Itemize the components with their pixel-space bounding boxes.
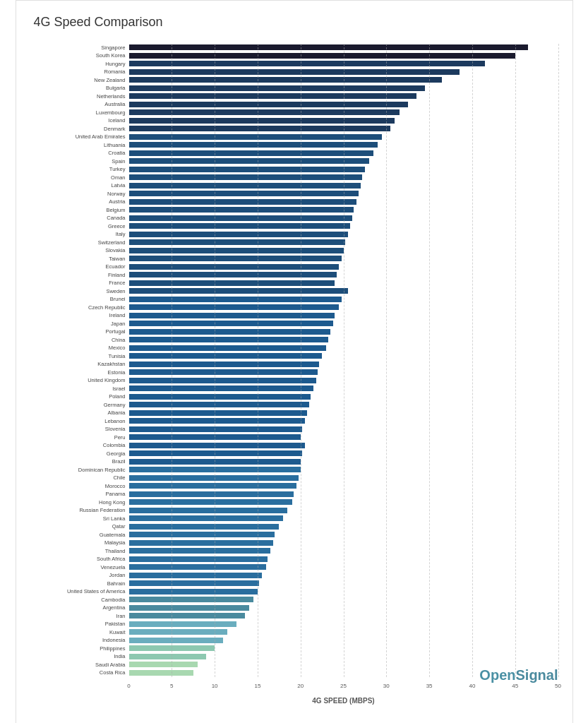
bar-label: Japan: [30, 321, 129, 327]
bar-label: Lithuania: [30, 142, 129, 148]
bar-row: Panama: [30, 491, 558, 498]
bar-track: [129, 621, 558, 628]
bar-fill: [129, 613, 245, 619]
bar-label: Dominican Republic: [30, 467, 129, 473]
bar-track: [129, 393, 558, 400]
bar-row: Lebanon: [30, 417, 558, 424]
bar-fill: [129, 313, 335, 318]
bar-track: [129, 515, 558, 522]
bar-track: [129, 539, 558, 546]
bar-track: [129, 328, 558, 335]
bar-track: [129, 612, 558, 619]
bar-fill: [129, 443, 305, 448]
bar-row: Guatemala: [30, 531, 558, 538]
bar-track: [129, 604, 558, 611]
bar-fill: [129, 629, 228, 635]
bar-fill: [129, 645, 215, 651]
bar-row: Switzerland: [30, 239, 558, 246]
bar-fill: [129, 167, 365, 172]
bar-row: South Korea: [30, 52, 558, 59]
bar-fill: [129, 605, 249, 611]
bar-row: Lithuania: [30, 141, 558, 148]
bar-fill: [129, 515, 284, 521]
bar-track: [129, 474, 558, 482]
bar-label: Malaysia: [30, 539, 129, 546]
bar-row: Thailand: [30, 547, 558, 554]
bar-fill: [129, 118, 395, 124]
bar-track: [129, 653, 558, 660]
bar-fill: [129, 459, 301, 465]
bar-label: Croatia: [30, 150, 129, 156]
bar-row: Spain: [30, 157, 558, 165]
bar-label: United States of America: [30, 588, 129, 594]
bar-fill: [129, 191, 359, 196]
bar-row: Sweden: [30, 287, 558, 294]
bar-label: Iceland: [30, 117, 129, 124]
bar-row: Ecuador: [30, 263, 558, 270]
bar-fill: [129, 134, 383, 140]
bar-track: [129, 206, 558, 213]
bar-label: Spain: [30, 158, 129, 165]
bar-row: Bahrain: [30, 580, 558, 587]
bar-track: [129, 101, 558, 108]
bar-row: New Zealand: [30, 76, 558, 83]
bar-row: Colombia: [30, 442, 558, 449]
bar-row: Belgium: [30, 206, 558, 213]
bar-fill: [129, 345, 327, 351]
bar-fill: [129, 670, 193, 676]
bar-track: [129, 450, 558, 457]
bar-label: Tunisia: [30, 353, 129, 359]
bar-track: [129, 410, 558, 417]
bar-fill: [129, 264, 340, 270]
bar-fill: [129, 499, 292, 505]
bar-row: Russian Federation: [30, 507, 558, 514]
bar-track: [129, 141, 558, 148]
bar-fill: [129, 150, 374, 156]
bar-track: [129, 296, 558, 303]
x-tick-label: 40: [469, 683, 475, 689]
bar-row: Tunisia: [30, 352, 558, 359]
bar-label: Romania: [30, 68, 129, 75]
bar-fill: [129, 207, 354, 213]
bar-label: Italy: [30, 231, 129, 237]
bar-label: Panama: [30, 491, 129, 497]
bar-row: Peru: [30, 434, 558, 441]
bar-row: Austria: [30, 198, 558, 205]
bar-label: Saudi Arabia: [30, 662, 129, 668]
bar-track: [129, 377, 558, 384]
bar-row: Dominican Republic: [30, 466, 558, 473]
bar-track: [129, 215, 558, 222]
x-tick-label: 0: [127, 683, 130, 689]
bar-row: Kuwait: [30, 628, 558, 635]
bar-fill: [129, 402, 309, 407]
bar-row: United Kingdom: [30, 377, 558, 384]
bar-row: Canada: [30, 215, 558, 222]
bar-row: Poland: [30, 393, 558, 400]
bar-label: Brunei: [30, 296, 129, 302]
bar-row: Norway: [30, 190, 558, 197]
bar-label: Bulgaria: [30, 85, 129, 91]
bar-fill: [129, 223, 351, 229]
bar-label: Lebanon: [30, 418, 129, 424]
bar-label: Thailand: [30, 548, 129, 554]
bar-fill: [129, 475, 299, 481]
bar-fill: [129, 239, 345, 245]
bar-row: Bulgaria: [30, 85, 558, 92]
bar-row: France: [30, 280, 558, 287]
bar-fill: [129, 329, 331, 335]
bar-row: Argentina: [30, 604, 558, 611]
bar-row: Latvia: [30, 182, 558, 189]
bar-row: Hong Kong: [30, 498, 558, 506]
bar-row: Estonia: [30, 369, 558, 376]
bar-row: Qatar: [30, 523, 558, 530]
bar-row: Cambodia: [30, 596, 558, 603]
bar-fill: [129, 321, 333, 326]
bar-fill: [129, 556, 268, 562]
bar-track: [129, 263, 558, 270]
bar-fill: [129, 564, 267, 570]
bar-fill: [129, 621, 236, 627]
bar-fill: [129, 580, 260, 586]
bar-fill: [129, 69, 460, 75]
bar-label: Hungary: [30, 61, 129, 67]
bar-fill: [129, 508, 288, 513]
